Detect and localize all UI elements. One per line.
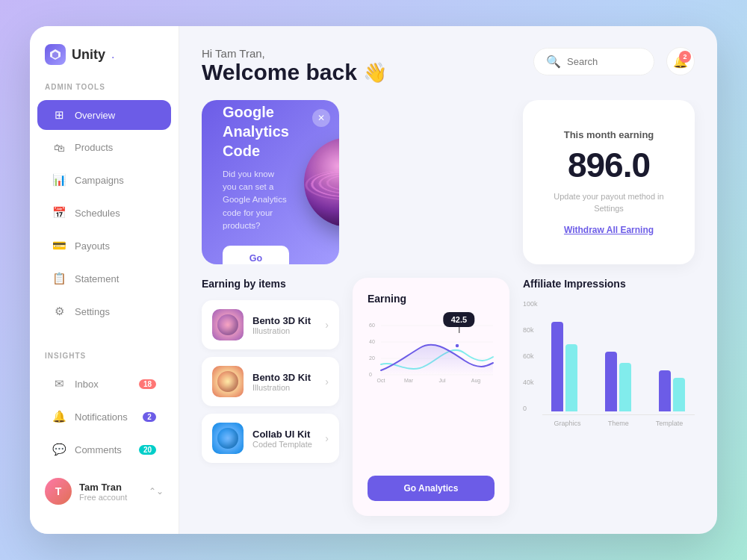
chart-tooltip: 42.5 (444, 312, 474, 333)
dot-3 (278, 249, 283, 254)
x-axis-labels: Graphics Theme Template (542, 415, 695, 427)
comments-badge: 20 (139, 445, 156, 455)
nav-label-products: Products (75, 142, 113, 153)
item-name-2: Bento 3D Kit (252, 372, 316, 383)
bar-theme-teal (619, 363, 631, 411)
withdraw-button[interactable]: Withdraw All Earning (564, 225, 654, 235)
nav-label-overview: Overview (75, 110, 115, 121)
item-name-3: Collab UI Kit (252, 429, 316, 440)
sidebar: Unity. Admin tools ⊞ Overview 🛍 Products… (30, 26, 179, 534)
go-analytics-button[interactable]: Go Analytics (368, 476, 495, 501)
item-name-1: Bento 3D Kit (252, 315, 316, 326)
nav-item-settings[interactable]: ⚙ Settings (37, 296, 171, 326)
logo-dot: . (111, 48, 114, 61)
admin-label: Admin tools (30, 83, 179, 99)
nav-item-payouts[interactable]: 💳 Payouts (37, 231, 171, 261)
item-thumbnail-2 (212, 366, 244, 397)
nav-item-notifications[interactable]: 🔔 Notifications 2 (37, 402, 171, 432)
nav-label-schedules: Schedules (75, 208, 120, 219)
nav-item-comments[interactable]: 💬 Comments 20 (37, 435, 171, 464)
item-thumbnail-1 (212, 309, 244, 340)
nav-item-statement[interactable]: 📋 Statement (37, 264, 171, 293)
affiliate-title: Affiliate Impressions (523, 278, 695, 290)
bar-group-theme (596, 352, 641, 411)
y-label-100k: 100k (523, 300, 538, 308)
user-profile[interactable]: T Tam Tran Free account ⌃⌄ (30, 466, 179, 517)
banner-title: Set a Google Analytics Code (223, 100, 289, 161)
bar-group-graphics (542, 322, 587, 411)
content-grid: Set a Google Analytics Code Did you know… (179, 100, 717, 534)
svg-text:Oct: Oct (377, 378, 385, 383)
svg-point-10 (455, 343, 459, 348)
overview-icon: ⊞ (52, 108, 66, 122)
bars-area: Graphics Theme Template (542, 300, 695, 427)
bar-groups (542, 300, 695, 415)
bar-theme-purple (605, 352, 617, 411)
item-thumbnail-3 (212, 423, 244, 454)
campaigns-icon: 📊 (52, 173, 66, 187)
svg-text:Mar: Mar (404, 378, 414, 383)
logo-text: Unity (72, 47, 105, 63)
svg-text:60: 60 (369, 323, 375, 328)
payouts-icon: 💳 (52, 239, 66, 252)
top-right: 🔍 🔔 2 (533, 47, 695, 75)
banner-content: Set a Google Analytics Code Did you know… (223, 100, 289, 264)
item-type-2: Illustration (252, 383, 316, 392)
nav-item-campaigns[interactable]: 📊 Campaigns (37, 165, 171, 195)
item-type-3: Coded Template (252, 440, 316, 449)
item-arrow-3: › (325, 432, 329, 444)
item-type-1: Illustration (252, 326, 316, 335)
nav-item-inbox[interactable]: ✉ Inbox 18 (37, 369, 171, 399)
earning-amount: 896.0 (568, 145, 650, 185)
chevron-icon[interactable]: ⌃⌄ (149, 486, 164, 497)
search-input[interactable] (567, 56, 642, 67)
list-item[interactable]: Collab UI Kit Coded Template › (202, 414, 339, 463)
svg-text:20: 20 (369, 355, 375, 361)
banner-close-button[interactable]: ✕ (312, 109, 330, 127)
nav-item-products[interactable]: 🛍 Products (37, 133, 171, 162)
top-bar: Hi Tam Tran, Welcome back 👋 🔍 🔔 2 (179, 26, 717, 100)
bar-template-teal (673, 378, 685, 411)
nav-item-overview[interactable]: ⊞ Overview (37, 100, 171, 130)
y-label-0: 0 (523, 405, 538, 412)
item-arrow-2: › (325, 376, 329, 388)
banner-card: Set a Google Analytics Code Did you know… (202, 100, 339, 264)
dot-1 (258, 249, 264, 254)
x-label-theme: Theme (593, 420, 644, 427)
insights-label: Insights (30, 352, 179, 367)
main-content: Hi Tam Tran, Welcome back 👋 🔍 🔔 2 (179, 26, 717, 534)
x-label-graphics: Graphics (542, 420, 593, 427)
list-item[interactable]: Bento 3D Kit Illustration › (202, 357, 339, 406)
avatar: T (45, 478, 72, 505)
greeting-main: Welcome back 👋 (202, 60, 387, 85)
tooltip-value: 42.5 (444, 312, 474, 327)
user-info: Tam Tran Free account (79, 482, 141, 502)
notification-bell[interactable]: 🔔 2 (666, 47, 695, 75)
wave-emoji: 👋 (363, 61, 387, 84)
bar-graphics-purple (551, 322, 563, 411)
notifications-icon: 🔔 (52, 410, 66, 423)
comments-icon: 💬 (52, 443, 66, 456)
earning-label: This month earning (564, 129, 654, 140)
banner-description: Did you know you can set a Google Analyt… (223, 168, 289, 232)
sphere-visual (304, 137, 339, 227)
nav-label-statement: Statement (75, 273, 119, 284)
earning-description: Update your payout method in Settings (541, 191, 677, 214)
bar-graphics-teal (565, 344, 577, 411)
svg-text:Aug: Aug (471, 378, 481, 384)
earning-card: This month earning 896.0 Update your pay… (523, 100, 695, 264)
item-info-2: Bento 3D Kit Illustration (252, 372, 316, 392)
svg-text:40: 40 (369, 339, 375, 344)
banner-dots (258, 249, 283, 254)
nav-label-comments: Comments (75, 444, 122, 455)
list-item[interactable]: Bento 3D Kit Illustration › (202, 300, 339, 349)
logo: Unity. (30, 44, 179, 83)
nav-item-schedules[interactable]: 📅 Schedules (37, 198, 171, 228)
inbox-badge: 18 (139, 379, 156, 389)
chart-title: Earning (368, 293, 495, 305)
logo-icon (45, 44, 66, 65)
search-bar[interactable]: 🔍 (533, 48, 654, 75)
item-info-1: Bento 3D Kit Illustration (252, 315, 316, 335)
svg-text:Jul: Jul (439, 378, 446, 383)
y-label-80k: 80k (523, 326, 538, 334)
